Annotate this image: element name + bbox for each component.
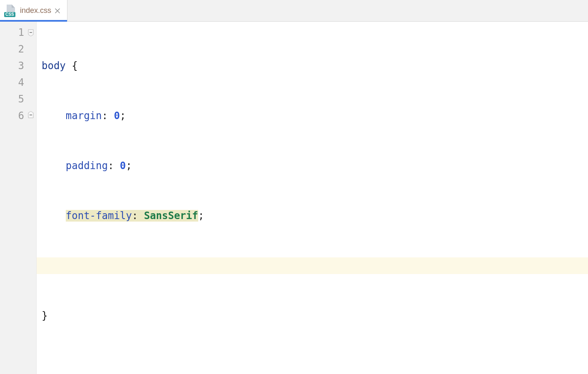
svg-rect-0 [30,32,32,33]
css-value: SansSerif [144,210,198,222]
code-area[interactable]: body { margin: 0; padding: 0; font-famil… [37,22,588,374]
code-line-current[interactable] [37,257,588,274]
css-file-icon: CSS [4,5,17,17]
tab-bar: CSS index.css [0,0,588,22]
line-number: 1 [0,24,24,41]
css-property: padding [66,160,108,172]
code-line[interactable]: margin: 0; [37,107,588,124]
close-icon[interactable] [55,8,60,14]
code-line[interactable]: font-family: SansSerif; [37,207,588,224]
file-tab[interactable]: CSS index.css [0,0,67,21]
tab-filename: index.css [20,6,51,15]
code-editor[interactable]: 1 2 3 4 5 6 body { margin: 0 [0,22,588,374]
code-line[interactable]: body { [37,57,588,74]
brace-close: } [42,310,47,322]
css-value: 0 [114,110,120,122]
code-line[interactable]: } [37,307,588,324]
css-selector: body [42,60,66,72]
css-property: margin [66,110,102,122]
line-numbers: 1 2 3 4 5 6 [0,24,24,124]
line-number: 2 [0,41,24,57]
svg-rect-1 [30,115,32,115]
line-number: 6 [0,107,24,124]
line-number: 5 [0,91,24,107]
line-number: 3 [0,57,24,74]
brace-open: { [72,60,77,72]
line-number: 4 [0,74,24,91]
gutter: 1 2 3 4 5 6 [0,22,37,374]
css-value: 0 [120,160,126,172]
css-property: font-family [66,210,132,222]
fold-close-icon[interactable] [27,111,35,119]
code-line[interactable]: padding: 0; [37,157,588,174]
fold-open-icon[interactable] [27,29,35,36]
